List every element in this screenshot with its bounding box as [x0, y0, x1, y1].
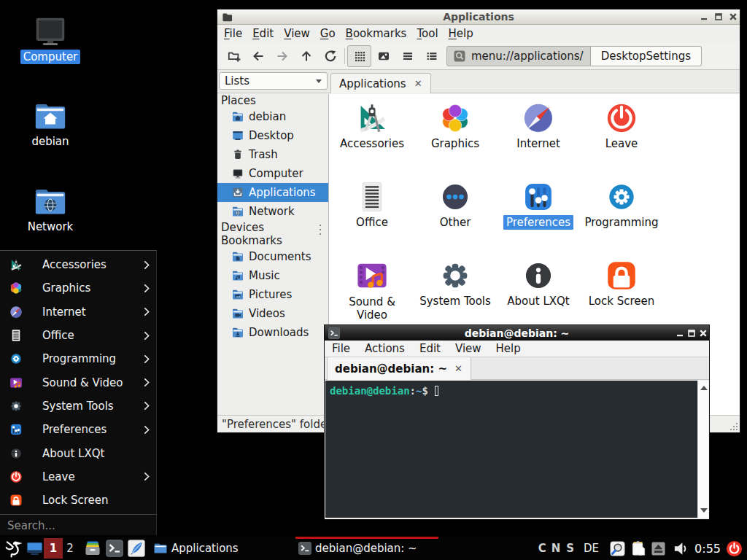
menu-actions[interactable]: Actions — [357, 341, 412, 357]
up-button[interactable] — [294, 45, 318, 67]
tray-clipboard[interactable] — [630, 540, 647, 557]
app-sound-video[interactable]: Sound & Video — [330, 261, 414, 322]
minimize-button[interactable] — [676, 329, 684, 338]
start-menu-button[interactable] — [0, 539, 25, 559]
menu-item-accessories[interactable]: Accessories — [0, 253, 156, 276]
menu-item-lock-screen[interactable]: Lock Screen — [0, 489, 156, 512]
leave-button[interactable] — [726, 540, 743, 557]
music-folder-icon — [232, 270, 244, 281]
task-button-terminal[interactable]: debian@debian: ~ — [295, 537, 438, 560]
forward-button[interactable] — [270, 45, 294, 67]
terminal-content[interactable]: debian@debian:~$ — [325, 381, 708, 518]
tab-applications[interactable]: Applications ✕ — [330, 73, 431, 93]
menu-edit[interactable]: Edit — [412, 341, 448, 357]
tab-close-icon[interactable]: ✕ — [414, 78, 422, 89]
workspace-1-button[interactable]: 1 — [44, 538, 63, 559]
scroll-down-icon[interactable] — [700, 506, 708, 515]
sidebar-item-videos[interactable]: Videos — [217, 304, 328, 323]
detailed-view-button[interactable] — [419, 45, 444, 67]
app-system-tools[interactable]: System Tools — [414, 261, 497, 308]
compact-view-icon — [401, 50, 414, 63]
sidebar-item-downloads[interactable]: Downloads — [217, 323, 328, 342]
app-programming[interactable]: Programming — [580, 182, 663, 230]
sidebar-item-music[interactable]: Music — [217, 266, 328, 285]
menu-tool[interactable]: Tool — [411, 26, 443, 42]
quicklaunch-file-manager[interactable] — [82, 540, 104, 557]
fm-titlebar[interactable]: Applications — [217, 9, 740, 25]
app-graphics[interactable]: Graphics — [414, 104, 497, 151]
terminal-scrollbar[interactable] — [697, 381, 708, 518]
sidebar-item-pictures[interactable]: Pictures — [217, 285, 328, 304]
keyboard-layout-indicator[interactable]: DE — [584, 542, 599, 555]
app-other[interactable]: Other — [414, 182, 497, 230]
menu-item-office[interactable]: Office — [0, 324, 156, 347]
maximize-button[interactable] — [714, 12, 723, 21]
sidebar-item-network[interactable]: Network — [217, 202, 328, 221]
menu-item-leave[interactable]: Leave — [0, 465, 156, 489]
menu-view[interactable]: View — [448, 341, 489, 357]
app-office[interactable]: Office — [330, 182, 414, 230]
desktop-icon-computer[interactable]: Computer — [15, 16, 85, 64]
compact-view-button[interactable] — [395, 45, 419, 67]
quicklaunch-featherpad[interactable] — [125, 540, 147, 557]
terminal-tab[interactable]: debian@debian: ~ ✕ — [327, 357, 471, 380]
new-tab-button[interactable] — [222, 45, 246, 67]
app-preferences[interactable]: Preferences — [497, 182, 580, 230]
menu-item-graphics[interactable]: Graphics — [0, 276, 156, 300]
menu-file[interactable]: File — [325, 341, 357, 357]
tab-close-icon[interactable]: ✕ — [454, 363, 462, 374]
app-leave[interactable]: Leave — [580, 104, 663, 151]
lxqt-logo-icon — [3, 539, 23, 559]
terminal-cursor — [435, 386, 438, 396]
menu-item-internet[interactable]: Internet — [0, 300, 156, 324]
menu-item-sound-video[interactable]: Sound & Video — [0, 370, 156, 394]
menu-help[interactable]: Help — [444, 26, 479, 42]
thumbnail-view-button[interactable] — [371, 45, 395, 67]
clock[interactable]: 0:55 — [694, 542, 721, 556]
tray-volume[interactable] — [673, 540, 689, 557]
resize-grip[interactable] — [729, 422, 738, 431]
menu-edit[interactable]: Edit — [247, 26, 279, 42]
quicklaunch-terminal[interactable] — [104, 540, 125, 557]
menu-bookmarks[interactable]: Bookmarks — [341, 26, 412, 42]
close-button[interactable] — [699, 329, 708, 338]
clipboard-icon — [630, 540, 647, 557]
sidebar-item-computer[interactable]: Computer — [217, 164, 328, 183]
app-about-lxqt[interactable]: About LXQt — [497, 261, 580, 308]
refresh-button[interactable] — [318, 45, 342, 67]
close-button[interactable] — [729, 12, 738, 21]
sidebar-item-debian[interactable]: debian — [217, 107, 328, 126]
menu-file[interactable]: File — [219, 26, 247, 42]
menu-item-system-tools[interactable]: System Tools — [0, 394, 156, 418]
sidebar-item-applications[interactable]: Applications — [217, 183, 328, 202]
menu-search-input[interactable]: Search... — [0, 515, 156, 536]
task-button-applications[interactable]: Applications — [150, 537, 293, 560]
icon-view-button[interactable] — [347, 45, 371, 67]
app-internet[interactable]: Internet — [497, 104, 580, 151]
menu-item-about-lxqt[interactable]: About LXQt — [0, 441, 156, 464]
maximize-button[interactable] — [687, 329, 696, 338]
tray-screenshot[interactable] — [610, 541, 625, 556]
terminal-titlebar[interactable]: debian@debian: ~ — [325, 325, 709, 341]
tray-removable-media[interactable] — [651, 542, 665, 556]
app-accessories[interactable]: Accessories — [330, 104, 414, 151]
app-lock-screen[interactable]: Lock Screen — [580, 261, 663, 308]
sidebar-item-trash[interactable]: Trash — [217, 145, 328, 164]
sidebar-view-selector[interactable]: Lists — [219, 72, 328, 90]
show-desktop-button[interactable] — [25, 540, 44, 557]
sidebar-item-desktop[interactable]: Desktop — [217, 126, 328, 145]
path-segment-current[interactable]: menu://applications/ — [446, 46, 591, 66]
desktop-icon-debian[interactable]: debian — [15, 101, 85, 149]
desktop-icon-network[interactable]: Network — [15, 186, 85, 234]
menu-go[interactable]: Go — [315, 26, 341, 42]
path-segment-desktopsettings[interactable]: DesktopSettings — [591, 46, 702, 66]
menu-item-programming[interactable]: Programming — [0, 347, 156, 370]
menu-help[interactable]: Help — [489, 341, 528, 357]
scroll-up-icon[interactable] — [700, 384, 708, 392]
menu-item-preferences[interactable]: Preferences — [0, 418, 156, 441]
back-button[interactable] — [246, 45, 270, 67]
minimize-button[interactable] — [700, 12, 708, 21]
sidebar-item-documents[interactable]: Documents — [217, 247, 328, 266]
workspace-2-button[interactable]: 2 — [63, 538, 77, 559]
menu-view[interactable]: View — [279, 26, 315, 42]
